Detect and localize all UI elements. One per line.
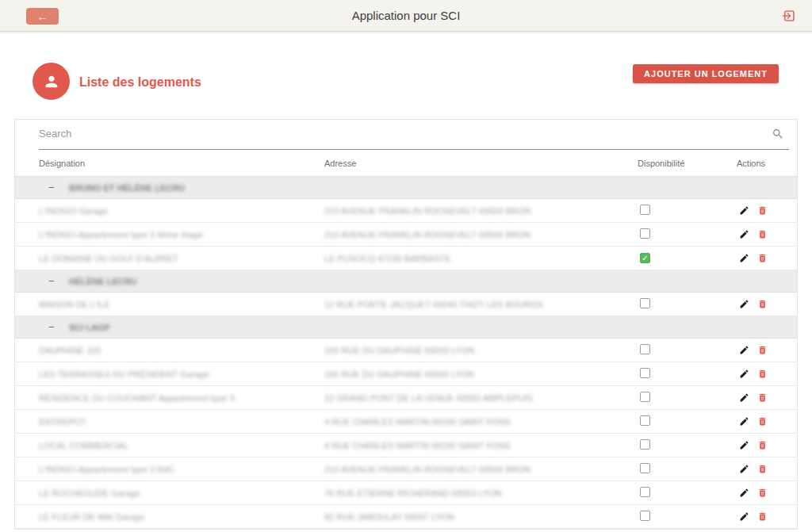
group-label: SCI LAGP (69, 323, 110, 332)
edit-button[interactable] (739, 392, 750, 404)
delete-button[interactable] (757, 369, 768, 380)
availability-checkbox[interactable]: ✓ (640, 392, 650, 402)
edit-button[interactable] (739, 299, 750, 310)
edit-button[interactable] (739, 253, 750, 264)
table-header: Désignation Adresse Disponibilité Action… (15, 150, 797, 177)
availability-checkbox[interactable]: ✓ (640, 463, 650, 473)
delete-trash-icon (757, 392, 768, 403)
designation-cell: RÉSIDENCE DU COUCHANT Appartement type 3 (39, 393, 324, 403)
column-header-actions: Actions (737, 159, 797, 168)
back-arrow-icon: ← (37, 11, 48, 22)
delete-trash-icon (757, 416, 768, 427)
designation-cell: LE ROCHEGUDE Garage (39, 488, 324, 498)
availability-checkbox[interactable]: ✓ (640, 344, 650, 354)
designation-cell: DAUPHINÉ 100 (39, 346, 324, 355)
page-header: Liste des logements AJOUTER UN LOGEMENT (0, 32, 812, 119)
edit-pencil-icon (739, 511, 749, 522)
collapse-minus-icon[interactable]: − (48, 275, 69, 287)
designation-cell: L'INDIGO Appartement type 3 RdC (39, 465, 324, 474)
group-header-row[interactable]: − BRUNO ET HÉLÈNE LECRU (15, 177, 797, 199)
delete-button[interactable] (757, 253, 768, 264)
search-input[interactable] (39, 120, 714, 147)
edit-pencil-icon (739, 392, 749, 403)
availability-checkbox[interactable]: ✓ (640, 228, 650, 239)
designation-cell: LE FLEUR DE MAI Garage (39, 512, 324, 522)
availability-checkbox[interactable]: ✓ (640, 487, 650, 497)
designation-cell: MAISON DE L'ILE (39, 300, 324, 309)
availability-checkbox[interactable]: ✓ (640, 205, 650, 215)
delete-trash-icon (757, 511, 768, 522)
group-label: HÉLÈNE LECRU (69, 277, 137, 286)
availability-checkbox[interactable]: ✓ (640, 253, 650, 263)
edit-pencil-icon (739, 205, 749, 216)
adresse-cell: 210 AVENUE FRANKLIN ROOSEVELT 69500 BRON (324, 465, 638, 474)
availability-checkbox[interactable]: ✓ (640, 298, 650, 308)
table-row: MAISON DE L'ILE 12 RUE PORTE JACQUET 692… (15, 293, 797, 316)
delete-trash-icon (757, 464, 768, 474)
logements-table-card: Désignation Adresse Disponibilité Action… (14, 119, 798, 530)
delete-trash-icon (757, 488, 768, 498)
column-header-designation: Désignation (39, 159, 324, 168)
group-label: BRUNO ET HÉLÈNE LECRU (69, 183, 185, 193)
table-body: − BRUNO ET HÉLÈNE LECRU L'INDIGO Garage … (15, 177, 797, 529)
edit-pencil-icon (739, 369, 749, 379)
availability-checkbox[interactable]: ✓ (640, 439, 650, 450)
designation-cell: L'INDIGO Garage (39, 206, 324, 216)
search-bar (39, 120, 789, 150)
adresse-cell: 100 RUE DU DAUPHINÉ 69003 LYON (324, 346, 638, 355)
group-header-row[interactable]: − SCI LAGP (15, 316, 797, 339)
edit-button[interactable] (739, 369, 750, 380)
designation-cell: L'INDIGO Appartement type 3 4ème étage (39, 230, 324, 239)
edit-pencil-icon (739, 299, 749, 309)
table-row: LE ROCHEGUDE Garage 76 RUE ÉTIENNE RICHE… (15, 481, 797, 505)
table-row: L'INDIGO Appartement type 3 RdC 210 AVEN… (15, 457, 797, 481)
designation-cell: LOCAL COMMERCIAL (39, 441, 324, 450)
edit-pencil-icon (739, 416, 749, 427)
edit-pencil-icon (739, 440, 749, 450)
table-row: LE FLEUR DE MAI Garage 92 RUE JABOULAY 6… (15, 505, 797, 529)
delete-button[interactable] (757, 440, 768, 451)
column-header-adresse: Adresse (324, 159, 638, 168)
edit-button[interactable] (739, 464, 750, 475)
availability-checkbox[interactable]: ✓ (640, 415, 650, 426)
availability-checkbox[interactable]: ✓ (640, 368, 650, 378)
edit-button[interactable] (739, 440, 750, 451)
table-row: ENTREPOT 4 RUE CHARLES MARTIN 69190 SAIN… (15, 410, 797, 434)
back-button[interactable]: ← (26, 8, 59, 25)
delete-button[interactable] (757, 464, 768, 475)
delete-button[interactable] (757, 416, 768, 427)
edit-button[interactable] (739, 205, 750, 216)
adresse-cell: 12 RUE PORTE JACQUET 69240 THIZY LES BOU… (324, 300, 638, 309)
adresse-cell: 76 RUE ÉTIENNE RICHERAND 69003 LYON (324, 488, 638, 498)
collapse-minus-icon[interactable]: − (48, 321, 69, 333)
logout-button[interactable] (782, 9, 796, 23)
person-icon (43, 73, 60, 90)
edit-button[interactable] (739, 229, 750, 240)
availability-checkbox[interactable]: ✓ (640, 511, 650, 521)
adresse-cell: 100 RUE DU DAUPHINÉ 69003 LYON (324, 369, 638, 379)
delete-button[interactable] (757, 205, 768, 216)
delete-trash-icon (757, 229, 768, 239)
add-logement-button[interactable]: AJOUTER UN LOGEMENT (633, 64, 779, 83)
edit-button[interactable] (739, 416, 750, 427)
delete-button[interactable] (757, 511, 768, 522)
search-icon[interactable] (772, 128, 784, 140)
edit-button[interactable] (739, 488, 750, 499)
table-row: LOCAL COMMERCIAL 4 RUE CHARLES MARTIN 69… (15, 434, 797, 457)
edit-pencil-icon (739, 229, 749, 239)
edit-button[interactable] (739, 345, 750, 356)
delete-trash-icon (757, 299, 768, 309)
delete-button[interactable] (757, 488, 768, 499)
delete-trash-icon (757, 205, 768, 216)
delete-button[interactable] (757, 299, 768, 310)
table-row: RÉSIDENCE DU COUCHANT Appartement type 3… (15, 386, 797, 410)
edit-button[interactable] (739, 511, 750, 522)
edit-pencil-icon (739, 464, 749, 474)
table-row: LES TERRASSES DU PRÉSIDENT Garage 100 RU… (15, 362, 797, 386)
delete-button[interactable] (757, 345, 768, 356)
collapse-minus-icon[interactable]: − (48, 182, 69, 193)
delete-button[interactable] (757, 229, 768, 240)
adresse-cell: 210 AVENUE FRANKLIN ROOSEVELT 69500 BRON (324, 230, 638, 239)
delete-button[interactable] (757, 392, 768, 404)
group-header-row[interactable]: − HÉLÈNE LECRU (15, 270, 797, 293)
